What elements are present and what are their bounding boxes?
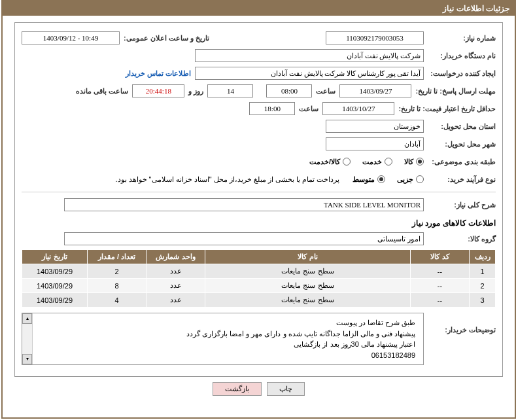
contact-link[interactable]: اطلاعات تماس خریدار bbox=[126, 69, 195, 78]
city-input[interactable] bbox=[326, 137, 424, 150]
row-goods-group: گروه کالا: bbox=[22, 232, 496, 246]
purchase-type-label: نوع فرآیند خرید: bbox=[424, 175, 496, 184]
scrollbar[interactable]: ▴ ▾ bbox=[22, 313, 33, 364]
deadline-label: مهلت ارسال پاسخ: تا تاریخ: bbox=[411, 87, 496, 96]
th-date: تاریخ نیاز bbox=[22, 250, 88, 264]
deadline-time-input[interactable] bbox=[266, 84, 312, 97]
table-header-row: ردیف کد کالا نام کالا واحد شمارش تعداد /… bbox=[22, 250, 496, 264]
table-cell: -- bbox=[411, 264, 470, 279]
row-purchase-type: نوع فرآیند خرید: جزیی متوسط پرداخت تمام … bbox=[22, 172, 496, 186]
radio-dot-icon bbox=[343, 158, 351, 166]
requester-input[interactable] bbox=[195, 67, 424, 80]
validity-date-input[interactable] bbox=[322, 102, 394, 115]
need-no-label: شماره نیاز: bbox=[424, 34, 496, 43]
back-button[interactable]: بازگشت bbox=[213, 382, 262, 396]
announce-input[interactable] bbox=[22, 31, 120, 44]
purchase-type-radio-group: جزیی متوسط bbox=[353, 175, 424, 184]
radio-medium[interactable]: متوسط bbox=[353, 175, 385, 184]
row-category: طبقه بندی موضوعی: کالا خدمت کالا/خدمت bbox=[22, 154, 496, 169]
row-requester: ایجاد کننده درخواست: اطلاعات تماس خریدار bbox=[22, 66, 496, 80]
th-row: ردیف bbox=[470, 250, 496, 264]
radio-dot-icon bbox=[385, 158, 392, 166]
goods-group-input[interactable] bbox=[64, 232, 424, 245]
table-cell: عدد bbox=[146, 279, 205, 293]
table-cell: 1403/09/29 bbox=[22, 264, 88, 279]
content-area: AriaTender .net شماره نیاز: تاریخ و ساعت… bbox=[3, 16, 515, 402]
row-notes: توضیحات خریدار: ▴ ▾ طبق شرح تقاضا در پیو… bbox=[22, 313, 496, 365]
category-radio-group: کالا خدمت کالا/خدمت bbox=[309, 158, 424, 166]
remaining-label: ساعت باقی مانده bbox=[72, 87, 132, 96]
scroll-track[interactable] bbox=[22, 324, 32, 354]
table-cell: سطح سنج مایعات bbox=[205, 264, 411, 279]
days-input[interactable] bbox=[207, 84, 253, 97]
table-cell: 2 bbox=[470, 279, 496, 293]
days-label: روز و bbox=[184, 87, 207, 96]
button-row: چاپ بازگشت bbox=[14, 382, 503, 396]
form-box: شماره نیاز: تاریخ و ساعت اعلان عمومی: نا… bbox=[14, 22, 503, 377]
radio-service[interactable]: خدمت bbox=[362, 158, 392, 166]
panel-title: جزئیات اطلاعات نیاز bbox=[443, 4, 509, 13]
table-cell: 2 bbox=[88, 264, 146, 279]
note-line: طبق شرح تقاضا در پیوست bbox=[39, 317, 415, 328]
table-cell: سطح سنج مایعات bbox=[205, 293, 411, 307]
row-buyer-org: نام دستگاه خریدار: bbox=[22, 48, 496, 63]
radio-dot-icon bbox=[416, 175, 424, 183]
table-cell: عدد bbox=[146, 264, 205, 279]
time-label-1: ساعت bbox=[312, 87, 339, 96]
table-cell: 1403/09/29 bbox=[22, 293, 88, 307]
row-city: شهر محل تحویل: bbox=[22, 137, 496, 151]
validity-label: حداقل تاریخ اعتبار قیمت: تا تاریخ: bbox=[394, 105, 496, 113]
buyer-org-label: نام دستگاه خریدار: bbox=[424, 52, 496, 60]
th-unit: واحد شمارش bbox=[146, 250, 205, 264]
table-row: 3--سطح سنج مایعاتعدد41403/09/29 bbox=[22, 293, 496, 307]
row-need-number: شماره نیاز: تاریخ و ساعت اعلان عمومی: bbox=[22, 31, 496, 45]
time-label-2: ساعت bbox=[295, 105, 322, 113]
row-province: استان محل تحویل: bbox=[22, 119, 496, 133]
note-line: اعتبار پیشنهاد مالی 30روز بعد از بازگشای… bbox=[39, 339, 415, 350]
goods-table: ردیف کد کالا نام کالا واحد شمارش تعداد /… bbox=[22, 249, 496, 307]
radio-goods-service[interactable]: کالا/خدمت bbox=[309, 158, 351, 166]
radio-goods[interactable]: کالا bbox=[404, 158, 424, 166]
desc-input[interactable] bbox=[64, 198, 424, 211]
row-description: شرح کلی نیاز: bbox=[22, 198, 496, 212]
print-button[interactable]: چاپ bbox=[267, 382, 305, 396]
city-label: شهر محل تحویل: bbox=[424, 140, 496, 149]
buyer-org-input[interactable] bbox=[195, 49, 424, 62]
requester-label: ایجاد کننده درخواست: bbox=[424, 69, 496, 78]
row-deadline: مهلت ارسال پاسخ: تا تاریخ: ساعت روز و سا… bbox=[22, 84, 496, 98]
radio-dot-icon bbox=[377, 175, 385, 183]
table-cell: 4 bbox=[88, 293, 146, 307]
goods-section-title: اطلاعات کالاهای مورد نیاز bbox=[22, 219, 496, 228]
need-no-input[interactable] bbox=[326, 31, 424, 44]
radio-small[interactable]: جزیی bbox=[397, 175, 424, 184]
announce-label: تاریخ و ساعت اعلان عمومی: bbox=[120, 34, 213, 43]
countdown-input bbox=[132, 84, 184, 97]
province-input[interactable] bbox=[326, 120, 424, 133]
goods-group-label: گروه کالا: bbox=[424, 235, 496, 243]
deadline-date-input[interactable] bbox=[339, 84, 411, 97]
table-cell: -- bbox=[411, 279, 470, 293]
th-qty: تعداد / مقدار bbox=[88, 250, 146, 264]
table-row: 1--سطح سنج مایعاتعدد21403/09/29 bbox=[22, 264, 496, 279]
radio-dot-icon bbox=[416, 158, 424, 166]
table-cell: عدد bbox=[146, 293, 205, 307]
category-label: طبقه بندی موضوعی: bbox=[424, 158, 496, 166]
payment-note: پرداخت تمام یا بخشی از مبلغ خرید،از محل … bbox=[115, 175, 339, 184]
table-cell: -- bbox=[411, 293, 470, 307]
notes-label: توضیحات خریدار: bbox=[424, 313, 496, 334]
table-cell: 1403/09/29 bbox=[22, 279, 88, 293]
scroll-up-icon[interactable]: ▴ bbox=[22, 313, 32, 324]
table-row: 2--سطح سنج مایعاتعدد81403/09/29 bbox=[22, 279, 496, 293]
th-name: نام کالا bbox=[205, 250, 411, 264]
note-line: 06153182489 bbox=[39, 350, 415, 361]
notes-textarea[interactable]: ▴ ▾ طبق شرح تقاضا در پیوست پیشنهاد فنی و… bbox=[22, 313, 424, 365]
note-line: پیشنهاد فنی و مالی الزاما جداگانه تایپ ش… bbox=[39, 328, 415, 340]
scroll-down-icon[interactable]: ▾ bbox=[22, 354, 32, 364]
panel-header: جزئیات اطلاعات نیاز bbox=[3, 1, 515, 16]
validity-time-input[interactable] bbox=[249, 102, 295, 115]
row-validity: حداقل تاریخ اعتبار قیمت: تا تاریخ: ساعت bbox=[22, 101, 496, 116]
province-label: استان محل تحویل: bbox=[424, 122, 496, 131]
th-code: کد کالا bbox=[411, 250, 470, 264]
table-cell: سطح سنج مایعات bbox=[205, 279, 411, 293]
main-frame: جزئیات اطلاعات نیاز AriaTender .net شمار… bbox=[1, 0, 516, 419]
